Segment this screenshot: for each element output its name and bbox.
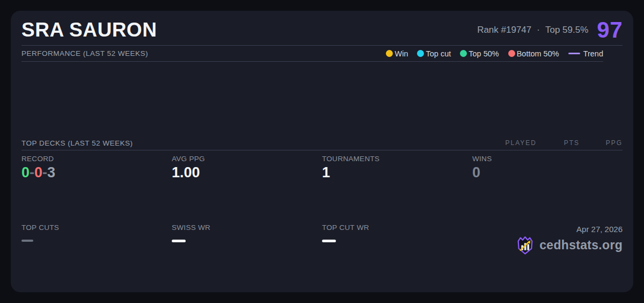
stat-wins-value: 0 bbox=[472, 164, 623, 181]
stat-top-cut-wr-empty-dash bbox=[322, 240, 336, 242]
record-losses: 0 bbox=[34, 164, 42, 181]
brand-link[interactable]: cedhstats.org bbox=[515, 235, 623, 255]
stat-top-cuts-label: TOP CUTS bbox=[21, 223, 172, 232]
top50-dot-icon bbox=[460, 50, 467, 57]
stat-tournaments: TOURNAMENTS 1 bbox=[322, 155, 472, 223]
performance-section-title: PERFORMANCE (LAST 52 WEEKS) bbox=[21, 49, 148, 57]
column-header-ppg: PPG bbox=[580, 139, 623, 147]
trend-line-icon bbox=[568, 53, 580, 54]
footer-cell: Apr 27, 2026 cedhstats.org bbox=[472, 223, 623, 292]
top-decks-section-title: TOP DECKS (LAST 52 WEEKS) bbox=[21, 139, 133, 147]
legend-label-bottom50: Bottom 50% bbox=[517, 49, 559, 58]
stat-wins-label: WINS bbox=[472, 155, 623, 163]
rank-separator: · bbox=[537, 25, 540, 35]
stat-swiss-wr: SWISS WR bbox=[172, 223, 322, 292]
bottom50-dot-icon bbox=[508, 50, 515, 57]
player-name-title: SRA SAURON bbox=[21, 19, 157, 41]
score-value: 97 bbox=[597, 19, 623, 41]
legend-label-win: Win bbox=[394, 49, 408, 58]
record-separator: - bbox=[30, 164, 34, 181]
stat-swiss-wr-label: SWISS WR bbox=[172, 223, 322, 232]
legend-label-top-cut: Top cut bbox=[426, 49, 451, 58]
column-header-pts: PTS bbox=[537, 139, 580, 147]
rank-line: Rank #19747 · Top 59.5% bbox=[477, 25, 588, 35]
column-header-played: PLAYED bbox=[494, 139, 537, 147]
top-decks-header-row: TOP DECKS (LAST 52 WEEKS) PLAYED PTS PPG bbox=[21, 136, 623, 150]
brand-text: cedhstats.org bbox=[539, 238, 623, 252]
top-cut-dot-icon bbox=[417, 50, 424, 57]
stat-swiss-wr-empty-dash bbox=[172, 240, 186, 242]
legend-item-top-cut[interactable]: Top cut bbox=[417, 49, 451, 58]
top-percent-text: Top 59.5% bbox=[545, 25, 588, 35]
legend-item-bottom50[interactable]: Bottom 50% bbox=[508, 49, 559, 58]
stat-top-cut-wr-label: TOP CUT WR bbox=[322, 223, 472, 232]
stat-record-value: 0-0-3 bbox=[21, 164, 172, 181]
legend-label-top50: Top 50% bbox=[469, 49, 499, 58]
record-separator: - bbox=[42, 164, 47, 181]
stat-record-label: RECORD bbox=[21, 155, 172, 163]
card-header: SRA SAURON Rank #19747 · Top 59.5% 97 bbox=[21, 11, 623, 46]
legend-item-top50[interactable]: Top 50% bbox=[460, 49, 499, 58]
stat-tournaments-label: TOURNAMENTS bbox=[322, 155, 472, 163]
header-right: Rank #19747 · Top 59.5% 97 bbox=[477, 19, 623, 41]
stats-grid: RECORD 0-0-3 AVG PPG 1.00 TOURNAMENTS 1 … bbox=[21, 150, 623, 293]
rank-text: Rank #19747 bbox=[477, 25, 531, 35]
date-text: Apr 27, 2026 bbox=[576, 225, 623, 234]
stat-avg-ppg-label: AVG PPG bbox=[172, 155, 322, 163]
top-decks-column-headers: PLAYED PTS PPG bbox=[494, 139, 623, 147]
stat-record: RECORD 0-0-3 bbox=[21, 155, 172, 223]
record-draws: 3 bbox=[47, 164, 55, 181]
stat-avg-ppg-value: 1.00 bbox=[172, 164, 322, 181]
win-dot-icon bbox=[386, 50, 393, 57]
legend-item-win[interactable]: Win bbox=[386, 49, 408, 58]
stat-top-cuts: TOP CUTS bbox=[21, 223, 172, 292]
performance-chart-empty bbox=[21, 62, 623, 136]
shield-chart-arrow-icon bbox=[515, 235, 535, 255]
stat-wins: WINS 0 bbox=[472, 155, 623, 223]
legend-item-trend[interactable]: Trend bbox=[568, 49, 603, 58]
stat-top-cuts-empty-dash bbox=[21, 240, 33, 242]
player-stats-card: SRA SAURON Rank #19747 · Top 59.5% 97 PE… bbox=[11, 11, 633, 292]
chart-legend: Win Top cut Top 50% Bottom 50% Trend bbox=[386, 49, 603, 58]
stat-tournaments-value: 1 bbox=[322, 164, 472, 181]
record-wins: 0 bbox=[21, 164, 30, 181]
legend-label-trend: Trend bbox=[583, 49, 603, 58]
stat-avg-ppg: AVG PPG 1.00 bbox=[172, 155, 322, 223]
performance-header-row: PERFORMANCE (LAST 52 WEEKS) Win Top cut … bbox=[21, 46, 603, 62]
stat-top-cut-wr: TOP CUT WR bbox=[322, 223, 472, 292]
